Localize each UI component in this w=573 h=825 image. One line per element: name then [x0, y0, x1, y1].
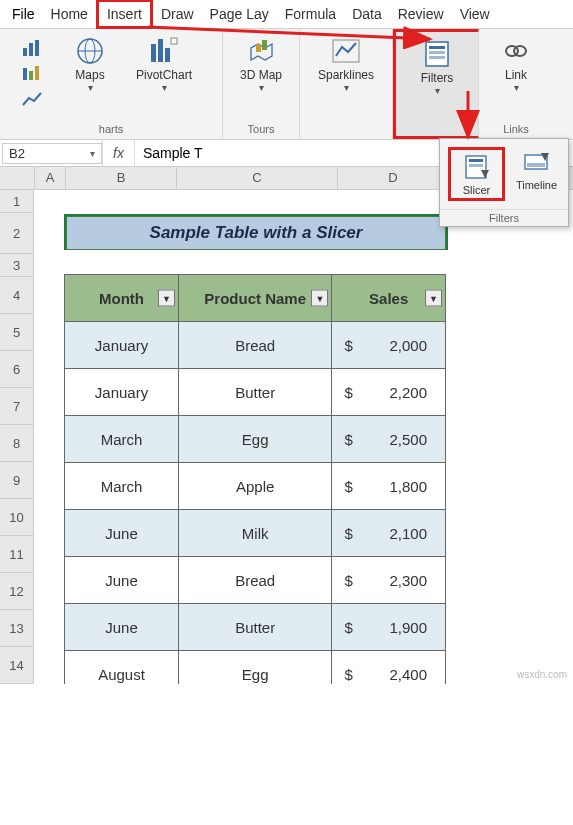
row-header[interactable]: 5: [0, 314, 34, 351]
cell-product[interactable]: Egg: [179, 416, 332, 463]
row-header[interactable]: 9: [0, 462, 34, 499]
svg-rect-19: [429, 51, 445, 54]
table-header[interactable]: Month▼: [65, 275, 179, 322]
cell-product[interactable]: Butter: [179, 604, 332, 651]
cell-month[interactable]: January: [65, 322, 179, 369]
svg-rect-11: [165, 48, 170, 62]
sparklines-button[interactable]: Sparklines ▾: [309, 33, 383, 95]
timeline-label: Timeline: [516, 179, 557, 191]
svg-rect-26: [469, 159, 483, 162]
cell-sales[interactable]: $2,500: [332, 416, 446, 463]
cell-month[interactable]: June: [65, 510, 179, 557]
slicer-label: Slicer: [463, 184, 491, 196]
svg-rect-14: [262, 40, 267, 50]
tab-page lay[interactable]: Page Lay: [202, 2, 277, 26]
tab-file[interactable]: File: [4, 2, 43, 26]
column-header[interactable]: A: [35, 167, 66, 189]
filter-dropdown-icon[interactable]: ▼: [311, 290, 328, 307]
ribbon-tabs: FileHomeInsertDrawPage LayFormulaDataRev…: [0, 0, 573, 29]
row-header[interactable]: 3: [0, 254, 34, 277]
chevron-down-icon: ▾: [88, 82, 93, 93]
svg-rect-15: [256, 44, 261, 52]
select-all-corner[interactable]: [0, 167, 35, 189]
maps-button[interactable]: Maps ▾: [60, 33, 120, 95]
pivotchart-button[interactable]: PivotChart ▾: [128, 33, 200, 95]
column-header[interactable]: D: [338, 167, 449, 189]
name-box[interactable]: B2 ▾: [2, 143, 102, 164]
cell-product[interactable]: Apple: [179, 463, 332, 510]
row-header[interactable]: 12: [0, 573, 34, 610]
row-header[interactable]: 14: [0, 647, 34, 684]
cell-sales[interactable]: $2,000: [332, 322, 446, 369]
row-header[interactable]: 10: [0, 499, 34, 536]
tab-home[interactable]: Home: [43, 2, 96, 26]
cell-month[interactable]: June: [65, 604, 179, 651]
tab-draw[interactable]: Draw: [153, 2, 202, 26]
row-header[interactable]: 6: [0, 351, 34, 388]
3d-map-button[interactable]: 3D Map ▾: [231, 33, 291, 95]
fx-button[interactable]: fx: [102, 140, 135, 166]
table-header[interactable]: Product Name▼: [179, 275, 332, 322]
svg-point-22: [514, 46, 526, 56]
cell-product[interactable]: Butter: [179, 369, 332, 416]
cell-sales[interactable]: $1,900: [332, 604, 446, 651]
globe-icon: [74, 35, 106, 67]
svg-rect-30: [527, 163, 545, 167]
table-row: JuneMilk$2,100: [65, 510, 446, 557]
row-header[interactable]: 1: [0, 190, 34, 213]
cell-sales[interactable]: $2,200: [332, 369, 446, 416]
cell-sales[interactable]: $1,800: [332, 463, 446, 510]
cell-month[interactable]: June: [65, 557, 179, 604]
cell-month[interactable]: August: [65, 651, 179, 685]
tab-review[interactable]: Review: [390, 2, 452, 26]
filter-dropdown-icon[interactable]: ▼: [425, 290, 442, 307]
3d-map-icon: [245, 35, 277, 67]
svg-rect-20: [429, 56, 445, 59]
cell-product[interactable]: Bread: [179, 557, 332, 604]
chart-mini-buttons: [22, 33, 52, 111]
tab-data[interactable]: Data: [344, 2, 390, 26]
filters-button[interactable]: Filters ▾: [405, 36, 469, 98]
cell-product[interactable]: Egg: [179, 651, 332, 685]
cell-product[interactable]: Milk: [179, 510, 332, 557]
chart-type-icon[interactable]: [22, 63, 52, 85]
column-header[interactable]: C: [177, 167, 338, 189]
chart-type-icon[interactable]: [22, 89, 52, 111]
cell-sales[interactable]: $2,100: [332, 510, 446, 557]
row-header[interactable]: 4: [0, 277, 34, 314]
3d-map-label: 3D Map: [240, 69, 282, 82]
tab-insert[interactable]: Insert: [96, 0, 153, 29]
cell-month[interactable]: March: [65, 416, 179, 463]
cell-sales[interactable]: $2,300: [332, 557, 446, 604]
maps-label: Maps: [75, 69, 104, 82]
cells-area[interactable]: Sample Table with a SlicerMonth▼Product …: [34, 190, 573, 670]
tab-view[interactable]: View: [452, 2, 498, 26]
svg-rect-3: [23, 68, 27, 80]
chart-type-icon[interactable]: [22, 37, 52, 59]
row-header[interactable]: 11: [0, 536, 34, 573]
pivotchart-icon: [148, 35, 180, 67]
watermark: wsxdn.com: [517, 669, 567, 680]
cell-month[interactable]: January: [65, 369, 179, 416]
link-button[interactable]: Link ▾: [487, 33, 545, 95]
row-header[interactable]: 8: [0, 425, 34, 462]
sparklines-icon: [330, 35, 362, 67]
row-header[interactable]: 13: [0, 610, 34, 647]
ribbon-group-links: Link ▾ Links: [479, 29, 553, 139]
column-header[interactable]: B: [66, 167, 177, 189]
row-header[interactable]: 7: [0, 388, 34, 425]
cell-sales[interactable]: $2,400: [332, 651, 446, 685]
tab-formula[interactable]: Formula: [277, 2, 344, 26]
cell-product[interactable]: Bread: [179, 322, 332, 369]
filter-dropdown-icon[interactable]: ▼: [158, 290, 175, 307]
svg-marker-13: [251, 44, 272, 60]
row-header[interactable]: 2: [0, 213, 34, 254]
timeline-option[interactable]: Timeline: [513, 147, 560, 201]
svg-rect-1: [29, 43, 33, 56]
slicer-option[interactable]: Slicer: [448, 147, 505, 201]
svg-rect-27: [469, 164, 483, 167]
cell-month[interactable]: March: [65, 463, 179, 510]
chevron-down-icon: ▾: [259, 82, 264, 93]
data-table: Month▼Product Name▼Sales▼JanuaryBread$2,…: [64, 274, 446, 684]
table-header[interactable]: Sales▼: [332, 275, 446, 322]
